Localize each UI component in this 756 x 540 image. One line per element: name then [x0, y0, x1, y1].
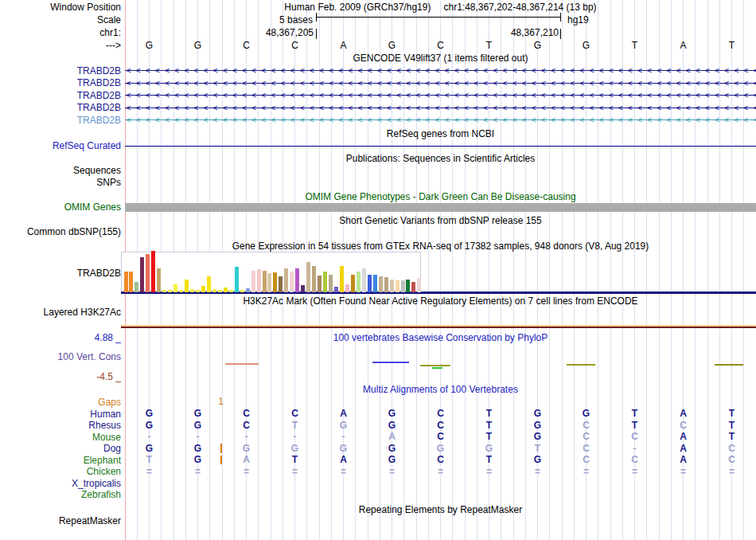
- phylop-track-title: 100 vertebrates Basewise Conservation by…: [125, 332, 756, 343]
- gtex-expression-bar: [267, 273, 271, 292]
- alignment-base: C: [222, 421, 271, 431]
- alignment-base: =: [659, 467, 707, 477]
- alignment-base: C: [610, 455, 659, 465]
- species-label[interactable]: Elephant: [0, 455, 121, 466]
- gene-label[interactable]: TRABD2B: [0, 65, 121, 76]
- alignment-base: G: [562, 409, 610, 419]
- gtex-expression-bar: [334, 287, 338, 292]
- ruler-base: G: [173, 40, 222, 51]
- alignment-base: G: [416, 444, 465, 454]
- gtex-expression-bar: [190, 289, 194, 292]
- alignment-base: G: [125, 421, 173, 431]
- refseq-gene-line[interactable]: [125, 146, 756, 147]
- gtex-expression-bar: [173, 284, 177, 292]
- alignment-base: A: [319, 409, 368, 419]
- species-label[interactable]: Zebrafish: [0, 489, 121, 500]
- gtex-expression-bar: [384, 277, 388, 292]
- ruler-base: A: [319, 40, 368, 51]
- species-label[interactable]: Mouse: [0, 432, 121, 443]
- gene-label[interactable]: TRABD2B: [0, 90, 121, 101]
- insertion-tick: [220, 444, 222, 453]
- gtex-expression-bar: [362, 268, 366, 292]
- common-dbsnp-label[interactable]: Common dbSNP(155): [0, 226, 121, 237]
- species-label[interactable]: Chicken: [0, 466, 121, 477]
- alignment-base: -: [271, 432, 319, 442]
- alignment-base: G: [222, 444, 271, 454]
- gtex-gene-label[interactable]: TRABD2B: [0, 268, 121, 279]
- refseq-curated-label[interactable]: RefSeq Curated: [0, 140, 121, 151]
- gtex-expression-bar: [229, 290, 233, 292]
- gtex-expression-bar: [318, 276, 321, 292]
- alignment-base: C: [416, 409, 465, 419]
- gene-model[interactable]: <<<<<<<<<<<<<<<<<<<<<<<<<<<<<<<<<<<<<<<<…: [125, 90, 756, 100]
- gtex-expression-bar: [251, 271, 255, 292]
- window-position-label: Window Position: [0, 2, 121, 13]
- gtex-expression-bar: [312, 266, 316, 292]
- gtex-expression-bar: [301, 285, 305, 292]
- species-label[interactable]: Dog: [0, 443, 121, 454]
- alignment-base: C: [416, 432, 465, 442]
- gene-model[interactable]: <<<<<<<<<<<<<<<<<<<<<<<<<<<<<<<<<<<<<<<<…: [125, 115, 756, 125]
- alignment-base: T: [610, 421, 659, 431]
- repeatmasker-track-title: Repeating Elements by RepeatMasker: [125, 504, 756, 515]
- alignment-base: =: [465, 467, 513, 477]
- gene-label[interactable]: TRABD2B: [0, 115, 121, 126]
- alignment-base: G: [173, 455, 222, 465]
- gene-model[interactable]: <<<<<<<<<<<<<<<<<<<<<<<<<<<<<<<<<<<<<<<<…: [125, 78, 756, 88]
- phylop-mark: [432, 367, 442, 369]
- h3k27ac-signal-band-bottom[interactable]: [121, 327, 756, 328]
- genome-browser-image[interactable]: Human Feb. 2009 (GRCh37/hg19) chr1:48,36…: [0, 0, 756, 540]
- alignment-base: -: [173, 432, 222, 442]
- scale-bar-label: 5 bases: [0, 14, 313, 25]
- omim-genes-label[interactable]: OMIM Genes: [0, 202, 121, 213]
- repeatmasker-label[interactable]: RepeatMasker: [0, 515, 121, 526]
- gene-label[interactable]: TRABD2B: [0, 102, 121, 113]
- alignment-base: C: [271, 409, 319, 419]
- snps-label[interactable]: SNPs: [0, 177, 121, 188]
- gene-model[interactable]: <<<<<<<<<<<<<<<<<<<<<<<<<<<<<<<<<<<<<<<<…: [125, 103, 756, 113]
- gene-label[interactable]: TRABD2B: [0, 77, 121, 88]
- alignment-base: =: [416, 467, 465, 477]
- alignment-base: =: [125, 467, 173, 477]
- refseq-track-title: RefSeq genes from NCBI: [125, 128, 756, 139]
- omim-gene-bar[interactable]: [125, 203, 756, 212]
- alignment-base: A: [659, 455, 707, 465]
- species-label[interactable]: X_tropicalis: [0, 478, 121, 489]
- alignment-base: C: [416, 421, 465, 431]
- alignment-base: G: [319, 444, 368, 454]
- gene-model[interactable]: <<<<<<<<<<<<<<<<<<<<<<<<<<<<<<<<<<<<<<<<…: [125, 65, 756, 76]
- phylop-mark: [420, 365, 450, 366]
- alignment-base: T: [707, 421, 756, 431]
- sequences-label[interactable]: Sequences: [0, 165, 121, 176]
- gtex-expression-bar: [235, 267, 239, 292]
- omim-track-title: OMIM Gene Phenotypes - Dark Green Can Be…: [125, 191, 756, 202]
- gtex-expression-bar: [257, 269, 261, 292]
- vert-cons-label[interactable]: 100 Vert. Cons: [0, 351, 121, 362]
- alignment-base: A: [319, 455, 368, 465]
- gtex-expression-bar: [263, 271, 267, 292]
- layered-h3k27ac-label[interactable]: Layered H3K27Ac: [0, 307, 121, 318]
- alignment-base: G: [125, 444, 173, 454]
- ruler-base: T: [465, 40, 513, 51]
- phylop-mark: [225, 363, 259, 365]
- gtex-expression-bar: [140, 257, 144, 292]
- alignment-base: -: [125, 432, 173, 442]
- multiz-track-title: Multiz Alignments of 100 Vertebrates: [125, 384, 756, 395]
- gaps-label[interactable]: Gaps: [0, 397, 121, 408]
- alignment-base: C: [707, 455, 756, 465]
- ruler-right-coordinate: 48,367,210: [0, 27, 559, 38]
- ruler-base: T: [707, 40, 756, 51]
- gtex-expression-bar: [417, 278, 421, 292]
- scale-bar-line: [316, 17, 561, 18]
- gtex-expression-bar: [224, 288, 228, 292]
- gtex-expression-bar: [340, 266, 344, 292]
- species-label[interactable]: Human: [0, 409, 121, 420]
- phylop-min-value: -4.5 _: [0, 371, 121, 382]
- ruler-base: G: [513, 40, 562, 51]
- alignment-base: -: [319, 432, 368, 442]
- species-label[interactable]: Rhesus: [0, 420, 121, 431]
- alignment-base: C: [659, 421, 707, 431]
- gtex-expression-bar: [151, 251, 155, 292]
- alignment-base: G: [513, 432, 562, 442]
- gtex-expression-bar: [279, 276, 283, 292]
